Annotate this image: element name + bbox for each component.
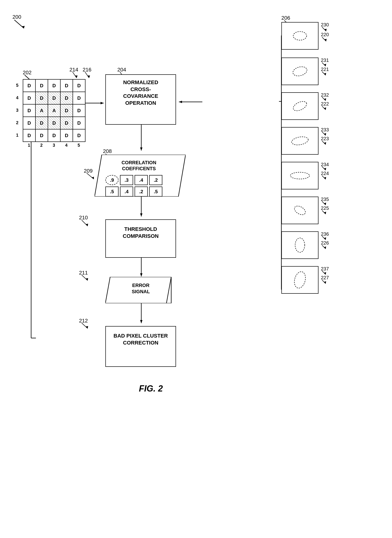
bad-pixel-text: BAD PIXEL CLUSTERCORRECTION (108, 333, 173, 346)
panel-221 (281, 58, 318, 85)
normalized-text: NORMALIZEDCROSS-COVARIANCEOPERATION (108, 79, 173, 106)
correlation-shape: CORRELATION COEFFICENTS 209 .9 .3 .4 .2 … (95, 155, 186, 197)
svg-marker-41 (179, 101, 182, 103)
svg-point-69 (293, 204, 307, 216)
bad-pixel-box: BAD PIXEL CLUSTERCORRECTION (105, 326, 176, 367)
arrow-226 (321, 244, 329, 251)
panel-224 (281, 162, 318, 189)
arrow-216 (84, 71, 93, 80)
arrow-221 (321, 70, 329, 77)
arrow-210 (80, 219, 91, 228)
arrow-200 (13, 19, 28, 31)
svg-point-74 (295, 238, 305, 252)
arrow-212 (80, 322, 91, 331)
coeff-05: .5 (105, 187, 119, 197)
svg-point-44 (293, 31, 307, 40)
svg-marker-20 (91, 177, 94, 179)
panel-220-svg (281, 22, 318, 50)
panel-226 (281, 231, 318, 259)
arrow-225 (321, 209, 329, 216)
svg-marker-24 (86, 224, 88, 226)
svg-marker-13 (140, 147, 142, 151)
svg-point-64 (290, 172, 309, 179)
svg-marker-11 (101, 102, 104, 104)
arrow-220 (321, 36, 330, 43)
panel-222 (281, 92, 318, 120)
coeff-04: .4 (135, 175, 148, 185)
coeff-02b: .2 (135, 187, 148, 197)
svg-line-27 (82, 275, 88, 281)
svg-text:ERROR: ERROR (132, 283, 150, 288)
arrow-227 (321, 279, 329, 286)
panel-225 (281, 197, 318, 224)
error-signal-shape: ERROR SIGNAL (105, 277, 176, 303)
arrow-corr-to-thresh (139, 197, 144, 219)
svg-point-49 (292, 65, 308, 77)
arrow-error-to-bad (139, 303, 144, 326)
right-vertical-line (279, 35, 284, 294)
arrow-norm-to-corr (139, 125, 144, 153)
arrow-224 (321, 175, 329, 181)
pixel-grid: D D D D D D D D D D D A A D D (23, 79, 85, 142)
svg-text:CORRELATION: CORRELATION (121, 160, 156, 165)
coeff-05b: .5 (149, 187, 162, 197)
svg-marker-22 (140, 213, 142, 216)
panel-227 (281, 266, 318, 294)
arrow-211 (80, 274, 91, 283)
coeff-03: .3 (120, 175, 133, 185)
svg-point-79 (293, 270, 307, 289)
arrow-214 (71, 71, 81, 80)
diagram: 200 202 5 4 3 2 1 D D D D D (0, 0, 392, 538)
svg-marker-26 (140, 273, 142, 276)
svg-line-35 (82, 323, 88, 328)
fig-label: FIG. 2 (139, 384, 163, 394)
arrow-thresh-to-error (139, 258, 144, 279)
grid-container: 5 4 3 2 1 D D D D D D D D D D (23, 79, 85, 148)
coeff-02: .2 (149, 175, 162, 185)
arrow-223 (321, 140, 329, 146)
svg-text:SIGNAL: SIGNAL (132, 289, 150, 294)
arrow-panels-to-norm (176, 99, 205, 104)
panel-220 (281, 22, 318, 50)
arrow-209 (85, 172, 97, 181)
coeff-04b: .4 (120, 187, 133, 197)
threshold-text: THRESHOLDCOMPARISON (108, 226, 173, 240)
coeff-09: .9 (105, 175, 119, 185)
threshold-box: THRESHOLDCOMPARISON (105, 219, 176, 258)
svg-point-59 (291, 135, 309, 146)
svg-marker-34 (140, 320, 142, 323)
panel-223 (281, 127, 318, 155)
svg-text:COEFFICENTS: COEFFICENTS (122, 166, 156, 171)
arrow-grid-to-norm (85, 101, 107, 105)
normalized-box: NORMALIZEDCROSS-COVARIANCEOPERATION (105, 74, 176, 125)
left-vertical-line (29, 141, 36, 343)
svg-point-54 (292, 99, 308, 112)
arrow-222 (321, 105, 329, 112)
